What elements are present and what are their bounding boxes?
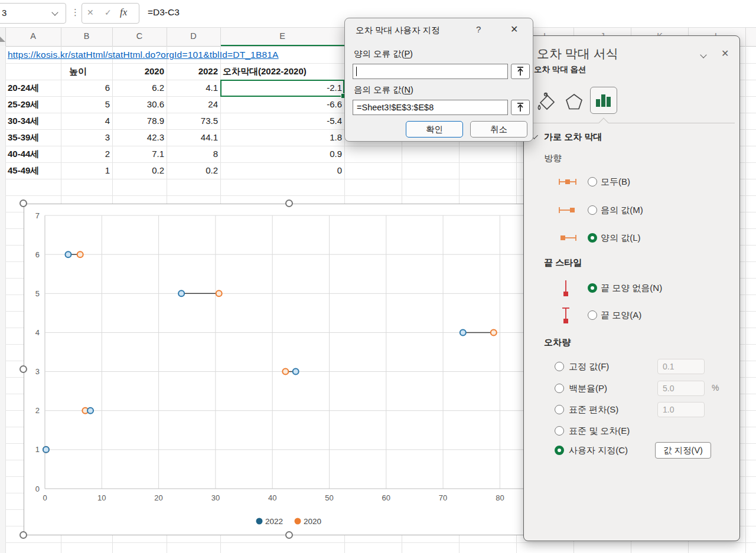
radio-direction-plus[interactable] — [588, 233, 597, 243]
insert-function-icon[interactable]: fx — [120, 6, 127, 18]
pane-close-icon[interactable]: ✕ — [721, 48, 729, 59]
data-point-2020[interactable] — [216, 290, 222, 296]
cell-height[interactable]: 3 — [61, 129, 110, 146]
legend-label-2022[interactable]: 2022 — [265, 517, 283, 526]
cell-2022[interactable]: 44.1 — [167, 129, 218, 146]
column-header-D[interactable]: D — [190, 31, 196, 41]
cell-2022[interactable]: 0.2 — [167, 162, 218, 179]
data-point-2020[interactable] — [282, 369, 288, 375]
positive-error-input[interactable] — [353, 64, 508, 79]
chart-resize-handle[interactable] — [19, 531, 27, 539]
radio-direction-minus[interactable] — [588, 205, 597, 215]
effects-icon[interactable] — [562, 89, 586, 116]
radio-label-fixed[interactable]: 고정 값(F) — [569, 361, 609, 372]
radio-std-dev[interactable] — [555, 405, 564, 414]
cell-errorbar[interactable]: 1.8 — [220, 129, 342, 146]
radio-std-error[interactable] — [555, 426, 564, 436]
radio-label-cap[interactable]: 끝 모양(A) — [601, 310, 641, 321]
header-2020[interactable]: 2020 — [112, 63, 164, 80]
scatter-chart[interactable]: 010203040506070800123456720222020 — [24, 204, 555, 535]
radio-end-cap[interactable] — [588, 310, 597, 320]
confirm-entry-icon[interactable]: ✓ — [105, 8, 112, 17]
radio-label-custom[interactable]: 사용자 지정(C) — [569, 445, 628, 456]
data-point-2020[interactable] — [491, 329, 497, 335]
data-point-2022[interactable] — [178, 290, 184, 296]
radio-label-std-error[interactable]: 표준 및 오차(E) — [569, 426, 630, 437]
row-label[interactable]: 35-39세 — [8, 129, 39, 146]
tab-error-bar-options[interactable]: 오차 막대 옵션 — [534, 64, 586, 75]
cell-2020[interactable]: 6.2 — [112, 80, 164, 96]
section-horizontal-error-bar[interactable]: 가로 오차 막대 — [544, 132, 602, 143]
ok-button[interactable]: 확인 — [406, 121, 463, 138]
cell-height[interactable]: 1 — [61, 162, 110, 179]
select-all-corner[interactable] — [0, 27, 6, 46]
chart-resize-handle[interactable] — [285, 531, 293, 539]
column-header-B[interactable]: B — [84, 31, 90, 41]
collapse-range-icon[interactable] — [511, 64, 530, 79]
chart-resize-handle[interactable] — [285, 199, 293, 207]
cell-2020[interactable]: 30.6 — [112, 96, 164, 113]
cell-errorbar[interactable]: 0 — [220, 162, 342, 179]
radio-label-nocap[interactable]: 끝 모양 없음(N) — [601, 283, 662, 294]
column-header-E[interactable]: E — [279, 31, 285, 41]
name-box-chevron-icon[interactable] — [51, 9, 58, 15]
collapse-range-icon[interactable] — [511, 100, 530, 115]
dialog-close-icon[interactable]: ✕ — [510, 24, 518, 35]
cell-height[interactable]: 6 — [61, 80, 110, 96]
cell-height[interactable]: 5 — [61, 96, 110, 113]
column-header-C[interactable]: C — [136, 31, 142, 41]
cell-2020[interactable]: 78.9 — [112, 113, 164, 129]
data-point-2022[interactable] — [87, 408, 93, 414]
row-label[interactable]: 40-44세 — [8, 146, 39, 162]
cell-2020[interactable]: 0.2 — [112, 162, 164, 179]
legend-label-2020[interactable]: 2020 — [304, 517, 321, 526]
dialog-help-icon[interactable]: ? — [476, 24, 481, 34]
row-label[interactable]: 20-24세 — [8, 80, 39, 96]
radio-fixed-value[interactable] — [555, 362, 564, 371]
header-errorbar[interactable]: 오차막대(2022-2020) — [223, 63, 307, 80]
header-height[interactable]: 높이 — [69, 63, 87, 80]
fixed-value-input[interactable] — [657, 359, 705, 374]
radio-end-nocap[interactable] — [588, 283, 597, 293]
radio-custom[interactable] — [555, 446, 564, 455]
cell-errorbar[interactable]: -6.6 — [220, 96, 342, 113]
row-label[interactable]: 45-49세 — [8, 162, 39, 179]
formula-bar-dots-icon[interactable]: ⋮ — [71, 7, 80, 18]
radio-label-percentage[interactable]: 백분율(P) — [569, 383, 607, 394]
negative-error-input[interactable] — [353, 100, 508, 115]
data-point-2022[interactable] — [43, 447, 49, 453]
percentage-input[interactable] — [657, 381, 705, 396]
row-label[interactable]: 30-34세 — [8, 113, 39, 129]
radio-label-std-dev[interactable]: 표준 편차(S) — [569, 404, 618, 415]
radio-label-both[interactable]: 모두(B) — [601, 176, 630, 188]
radio-label-minus[interactable]: 음의 값(M) — [601, 205, 643, 216]
data-point-2020[interactable] — [77, 251, 83, 257]
chart-resize-handle[interactable] — [19, 365, 27, 373]
data-point-2022[interactable] — [293, 369, 299, 375]
row-label[interactable]: 25-29세 — [8, 96, 39, 113]
data-point-2022[interactable] — [460, 329, 466, 335]
cell-hyperlink[interactable]: https://kosis.kr/statHtml/statHtml.do?or… — [8, 47, 279, 63]
legend-marker-2020[interactable] — [295, 518, 301, 525]
formula-input[interactable]: =D3-C3 — [148, 7, 180, 18]
specify-value-button[interactable]: 값 지정(V) — [655, 442, 711, 459]
pane-collapse-icon[interactable] — [696, 49, 711, 63]
selected-cell-outline[interactable] — [220, 80, 344, 97]
column-header-A[interactable]: A — [30, 31, 36, 41]
fill-and-line-icon[interactable] — [535, 89, 559, 116]
cell-height[interactable]: 4 — [61, 113, 110, 129]
cell-2020[interactable]: 7.1 — [112, 146, 164, 162]
cell-2022[interactable]: 24 — [167, 96, 218, 113]
std-dev-input[interactable] — [657, 402, 705, 417]
radio-direction-both[interactable] — [588, 177, 597, 186]
cell-2022[interactable]: 8 — [167, 146, 218, 162]
data-point-2022[interactable] — [65, 251, 71, 257]
cell-2022[interactable]: 73.5 — [167, 113, 218, 129]
legend-marker-2022[interactable] — [256, 518, 263, 525]
radio-percentage[interactable] — [555, 384, 564, 393]
cell-height[interactable]: 2 — [61, 146, 110, 162]
radio-label-plus[interactable]: 양의 값(L) — [601, 233, 641, 244]
header-2022[interactable]: 2022 — [167, 63, 218, 80]
cell-2020[interactable]: 42.3 — [112, 129, 164, 146]
cell-errorbar[interactable]: -5.4 — [220, 113, 342, 129]
